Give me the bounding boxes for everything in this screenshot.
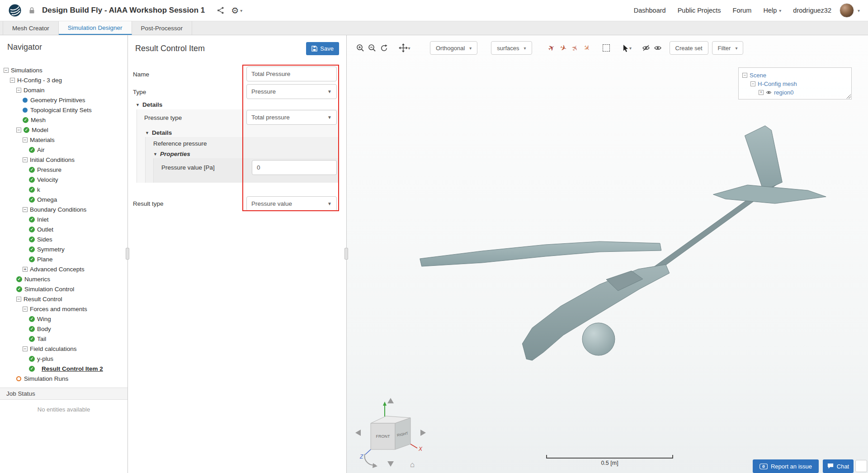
tab-post-processor[interactable]: Post-Processor (132, 21, 192, 35)
collapse-icon[interactable]: − (16, 128, 21, 132)
result-type-select[interactable]: Pressure value ▼ (246, 196, 337, 211)
viewport[interactable]: ▾ Orthogonal ▾ surfaces ▾ ✈ ✈ ✈ ✈ ▾ (347, 35, 868, 473)
pressure-value-input[interactable] (252, 160, 337, 175)
tree-item-wing[interactable]: ✓Wing (0, 314, 127, 324)
collapse-icon[interactable]: − (23, 346, 28, 351)
zoom-in-icon[interactable] (355, 43, 366, 53)
hide-selection-icon[interactable] (641, 43, 651, 53)
collapse-icon[interactable]: − (742, 73, 747, 78)
show-selection-icon[interactable] (652, 43, 663, 53)
orbit-rotate-icon[interactable] (364, 454, 376, 465)
refresh-view-icon[interactable] (378, 43, 389, 53)
report-issue-button[interactable]: Report an issue (753, 459, 819, 473)
tree-item-advanced-concepts[interactable]: +Advanced Concepts (0, 264, 127, 274)
tree-item-outlet[interactable]: ✓Outlet (0, 224, 127, 234)
home-view-icon[interactable]: ⌂ (410, 460, 415, 469)
tree-item-numerics[interactable]: ✓Numerics (0, 274, 127, 284)
tree-item-pressure[interactable]: ✓Pressure (0, 165, 127, 175)
avatar[interactable] (840, 3, 854, 18)
tree-item-air[interactable]: ✓Air (0, 145, 127, 155)
chat-button[interactable]: Chat (823, 459, 854, 473)
tree-item-mesh[interactable]: ✓Mesh (0, 115, 127, 125)
tree-item-velocity[interactable]: ✓Velocity (0, 175, 127, 184)
collapse-icon[interactable]: − (750, 81, 755, 86)
view-orientation-icon-4[interactable]: ✈ (579, 40, 594, 55)
tree-item-sides[interactable]: ✓Sides (0, 234, 127, 244)
overlay-resize-handle[interactable] (846, 94, 851, 99)
tree-item-h-config-3-deg[interactable]: −H-Config - 3 deg (0, 75, 127, 85)
tab-simulation-designer[interactable]: Simulation Designer (59, 21, 132, 35)
tree-item-y-plus[interactable]: ✓y-plus (0, 354, 127, 364)
account-chevron-icon[interactable]: ▾ (858, 8, 860, 13)
render-mode-select[interactable]: surfaces ▾ (491, 41, 532, 55)
tree-item-omega[interactable]: ✓Omega (0, 194, 127, 204)
expand-icon[interactable]: + (23, 267, 28, 272)
tree-item-forces-and-moments[interactable]: −Forces and moments (0, 304, 127, 314)
tree-item-domain[interactable]: −Domain (0, 85, 127, 95)
filter-select[interactable]: Filter ▾ (712, 41, 744, 55)
scene-mesh-row[interactable]: − H-Config mesh (742, 80, 848, 88)
pressure-type-select[interactable]: Total pressure ▼ (246, 110, 337, 125)
tree-item-inlet[interactable]: ✓Inlet (0, 214, 127, 224)
tree-item-field-calculations[interactable]: −Field calculations (0, 344, 127, 354)
zoom-out-icon[interactable] (367, 43, 377, 53)
rotate-left-arrow-icon[interactable] (355, 430, 361, 436)
collapse-icon[interactable]: − (23, 307, 28, 312)
visibility-eye-icon[interactable] (766, 90, 772, 95)
tree-item-boundary-conditions[interactable]: −Boundary Conditions (0, 204, 127, 214)
properties-toggle[interactable]: ▼ Properties (153, 151, 190, 157)
scene-region-row[interactable]: + region0 (742, 88, 848, 97)
rotate-right-arrow-icon[interactable] (420, 430, 426, 436)
tree-item-materials[interactable]: −Materials (0, 135, 127, 145)
scene-root-row[interactable]: − Scene (742, 71, 848, 80)
tree-item-simulations[interactable]: −Simulations (0, 65, 127, 75)
nav-forum[interactable]: Forum (733, 7, 752, 14)
collapse-icon[interactable]: − (23, 137, 28, 142)
collapse-icon[interactable]: − (23, 207, 28, 212)
create-set-button[interactable]: Create set (670, 41, 708, 55)
tree-item-k[interactable]: ✓k (0, 184, 127, 194)
collapse-icon[interactable]: − (23, 157, 28, 162)
collapse-icon[interactable]: − (10, 78, 15, 83)
rotate-up-arrow-icon[interactable] (387, 398, 394, 403)
save-button[interactable]: Save (306, 42, 339, 55)
tree-item-result-control-item-2[interactable]: ✓Result Control Item 2 (0, 364, 127, 374)
collapse-icon[interactable]: − (16, 88, 21, 93)
tree-item-initial-conditions[interactable]: −Initial Conditions (0, 155, 127, 165)
nav-drodriguez32[interactable]: drodriguez32 (793, 7, 831, 14)
tree-item-simulation-runs[interactable]: Simulation Runs (0, 374, 127, 383)
orientation-cube-widget[interactable]: FRONT RIGHT Z X ⌂ (351, 392, 430, 472)
tab-mesh-creator[interactable]: Mesh Creator (3, 21, 59, 35)
nav-help[interactable]: Help▾ (763, 7, 781, 14)
pan-tool-icon[interactable]: ▾ (396, 43, 413, 53)
tree-item-topological-entity-sets[interactable]: Topological Entity Sets (0, 105, 127, 115)
collapsed-widget-box[interactable] (855, 460, 867, 472)
expand-icon[interactable]: + (759, 90, 764, 95)
tree-item-model[interactable]: −✓Model (0, 125, 127, 135)
details-toggle[interactable]: ▼ Details (136, 101, 162, 108)
details2-toggle[interactable]: ▼ Details (145, 129, 172, 136)
navigator-resize-handle[interactable] (126, 248, 129, 260)
tree-item-plane[interactable]: ✓Plane (0, 254, 127, 264)
tree-item-result-control[interactable]: −Result Control (0, 294, 127, 304)
collapse-icon[interactable]: − (4, 68, 9, 73)
logo-icon[interactable] (8, 4, 22, 17)
tree-item-tail[interactable]: ✓Tail (0, 334, 127, 344)
panel-resize-handle[interactable] (344, 248, 348, 260)
rotate-down-arrow-icon[interactable] (387, 461, 394, 467)
collapse-icon[interactable]: − (16, 297, 21, 302)
projection-select[interactable]: Orthogonal ▾ (430, 41, 477, 55)
name-input[interactable] (246, 66, 337, 81)
cursor-select-icon[interactable]: ▾ (619, 43, 634, 53)
share-icon[interactable] (217, 6, 225, 14)
tree-item-symmetry[interactable]: ✓Symmetry (0, 244, 127, 254)
box-select-icon[interactable] (601, 43, 612, 53)
tree-item-simulation-control[interactable]: ✓Simulation Control (0, 284, 127, 294)
nav-public-projects[interactable]: Public Projects (678, 7, 721, 14)
view-orientation-icon-2[interactable]: ✈ (556, 42, 571, 55)
settings-gear-icon[interactable]: ⚙ ▾ (231, 6, 242, 15)
tree-item-body[interactable]: ✓Body (0, 324, 127, 334)
nav-dashboard[interactable]: Dashboard (634, 7, 666, 14)
tree-item-geometry-primitives[interactable]: Geometry Primitives (0, 95, 127, 105)
job-status-header[interactable]: Job Status (0, 388, 127, 400)
